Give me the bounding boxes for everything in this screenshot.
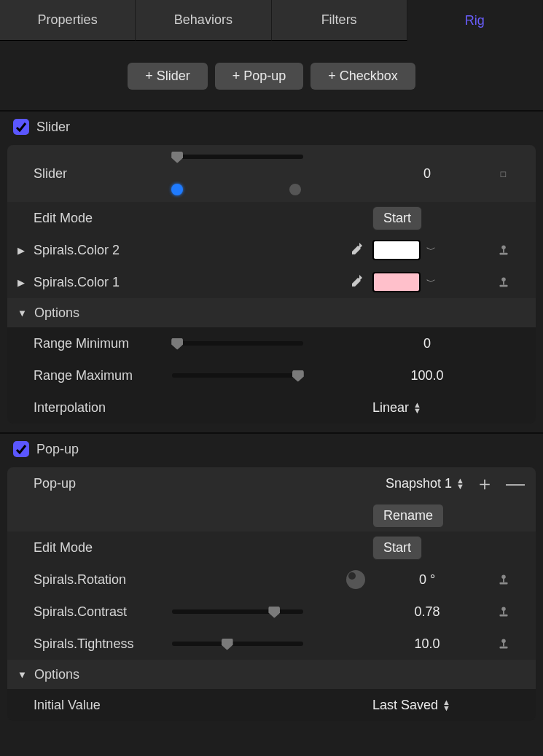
popup-panel: Pop-up Snapshot 1 ▲▼ ＋ — Rename Edit Mod…	[7, 467, 536, 721]
contrast-slider[interactable]	[172, 609, 303, 614]
slider-section-title: Slider	[36, 120, 70, 135]
tightness-slider[interactable]	[172, 642, 303, 646]
joystick-icon[interactable]	[496, 604, 512, 620]
range-max-value[interactable]: 100.0	[372, 368, 482, 383]
popup-rename-row: Rename	[7, 499, 536, 531]
color1-disclosure[interactable]	[17, 277, 25, 288]
joystick-icon[interactable]	[496, 274, 512, 290]
range-max-slider[interactable]	[172, 373, 303, 378]
initial-value-select[interactable]: Last Saved ▲▼	[372, 698, 482, 713]
initial-value-value: Last Saved	[372, 698, 438, 713]
svg-rect-2	[500, 253, 508, 255]
svg-rect-10	[503, 610, 504, 615]
color1-row: Spirals.Color 1 ﹀	[7, 266, 536, 298]
popup-options-label: Options	[34, 667, 79, 682]
rotation-label: Spirals.Rotation	[34, 572, 172, 588]
slider-options-disclosure[interactable]	[17, 308, 27, 319]
rotation-dial[interactable]	[346, 570, 365, 589]
slider-range-start-handle[interactable]	[171, 184, 183, 195]
slider-value-row: Slider 0 ◇	[7, 145, 536, 202]
tightness-value[interactable]: 10.0	[372, 636, 482, 652]
popup-snapshot-select[interactable]: Snapshot 1 ▲▼	[386, 476, 464, 491]
range-max-label: Range Maximum	[34, 368, 172, 383]
interpolation-select[interactable]: Linear ▲▼	[372, 400, 482, 416]
svg-rect-4	[503, 281, 504, 285]
popup-options-header[interactable]: Options	[7, 660, 536, 689]
range-min-slider[interactable]	[172, 341, 303, 346]
rotation-value[interactable]: 0 °	[372, 572, 482, 588]
color2-row: Spirals.Color 2 ﹀	[7, 234, 536, 266]
slider-control	[172, 155, 372, 192]
svg-rect-13	[503, 642, 504, 647]
tab-properties[interactable]: Properties	[0, 0, 136, 41]
slider-value[interactable]: 0	[372, 166, 482, 182]
contrast-value[interactable]: 0.78	[372, 604, 482, 620]
remove-snapshot-button[interactable]: —	[505, 472, 526, 495]
color1-chevron-icon[interactable]: ﹀	[426, 276, 436, 289]
rotation-row: Spirals.Rotation 0 °	[7, 564, 536, 596]
popup-value-row: Pop-up Snapshot 1 ▲▼ ＋ —	[7, 467, 536, 499]
select-carets-icon: ▲▼	[442, 699, 450, 711]
slider-thumb[interactable]	[171, 152, 183, 163]
slider-editmode-label: Edit Mode	[34, 211, 172, 226]
initial-value-row: Initial Value Last Saved ▲▼	[7, 689, 536, 721]
range-min-value[interactable]: 0	[372, 336, 482, 351]
inspector-tabs: Properties Behaviors Filters Rig	[0, 0, 543, 41]
contrast-thumb[interactable]	[268, 607, 280, 618]
interpolation-label: Interpolation	[34, 400, 172, 416]
tightness-row: Spirals.Tightness 10.0	[7, 628, 536, 660]
color2-label: Spirals.Color 2	[34, 243, 172, 258]
slider-enable-checkbox[interactable]	[13, 119, 29, 135]
color2-swatch[interactable]	[372, 240, 421, 260]
slider-options-header[interactable]: Options	[7, 298, 536, 327]
color2-chevron-icon[interactable]: ﹀	[426, 243, 436, 257]
popup-enable-checkbox[interactable]	[13, 441, 29, 457]
slider-panel: Slider 0 ◇ Edit Mode Start Spirals.Color	[7, 145, 536, 424]
popup-options-disclosure[interactable]	[17, 669, 27, 680]
svg-rect-8	[500, 582, 508, 585]
popup-editmode-row: Edit Mode Start	[7, 531, 536, 564]
slider-options-label: Options	[34, 305, 79, 321]
joystick-icon[interactable]	[496, 636, 512, 652]
popup-rename-button[interactable]: Rename	[372, 504, 444, 528]
eyedropper-icon[interactable]	[346, 241, 364, 259]
popup-editmode-label: Edit Mode	[34, 540, 172, 556]
color1-swatch[interactable]	[372, 272, 421, 292]
tab-rig[interactable]: Rig	[407, 0, 543, 41]
svg-rect-1	[503, 249, 504, 253]
add-snapshot-button[interactable]: ＋	[474, 471, 495, 496]
popup-section-title: Pop-up	[36, 442, 79, 457]
keyframe-icon[interactable]: ◇	[496, 166, 510, 180]
select-carets-icon: ▲▼	[413, 402, 421, 413]
slider-editmode-start-button[interactable]: Start	[372, 206, 422, 230]
contrast-row: Spirals.Contrast 0.78	[7, 596, 536, 628]
slider-range-end-handle[interactable]	[289, 184, 301, 195]
range-min-row: Range Minimum 0	[7, 327, 536, 359]
slider-param-label: Slider	[34, 166, 172, 182]
slider-track[interactable]	[172, 155, 303, 159]
svg-rect-11	[500, 615, 508, 617]
joystick-icon[interactable]	[496, 572, 512, 588]
svg-rect-14	[500, 647, 508, 649]
tightness-thumb[interactable]	[222, 639, 233, 650]
interpolation-row: Interpolation Linear ▲▼	[7, 391, 536, 424]
add-checkbox-button[interactable]: + Checkbox	[310, 63, 415, 90]
svg-rect-7	[503, 578, 504, 582]
slider-editmode-row: Edit Mode Start	[7, 202, 536, 234]
select-carets-icon: ▲▼	[456, 478, 464, 489]
popup-editmode-start-button[interactable]: Start	[372, 536, 422, 560]
tightness-label: Spirals.Tightness	[34, 636, 172, 652]
range-max-thumb[interactable]	[292, 370, 304, 382]
joystick-icon[interactable]	[496, 242, 512, 258]
eyedropper-icon[interactable]	[346, 273, 364, 291]
add-widget-row: + Slider + Pop-up + Checkbox	[0, 41, 543, 110]
range-min-thumb[interactable]	[171, 338, 183, 350]
tab-filters[interactable]: Filters	[272, 0, 407, 41]
add-popup-button[interactable]: + Pop-up	[215, 63, 304, 90]
color2-disclosure[interactable]	[17, 245, 25, 256]
tab-behaviors[interactable]: Behaviors	[136, 0, 271, 41]
contrast-label: Spirals.Contrast	[34, 604, 172, 620]
interpolation-value: Linear	[372, 400, 409, 416]
add-slider-button[interactable]: + Slider	[128, 63, 208, 90]
slider-range-track	[172, 168, 303, 192]
